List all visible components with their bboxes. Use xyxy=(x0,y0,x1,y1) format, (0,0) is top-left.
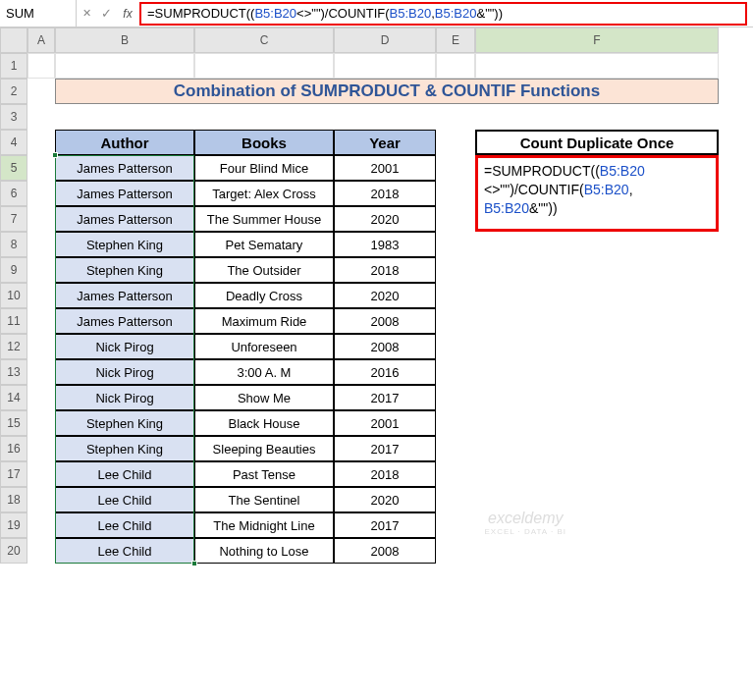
table-cell-year[interactable]: 1983 xyxy=(334,232,436,257)
row-header-6[interactable]: 6 xyxy=(0,181,27,206)
table-cell-year[interactable]: 2008 xyxy=(334,538,436,564)
table-cell-book[interactable]: The Sentinel xyxy=(194,487,334,512)
table-cell-book[interactable]: Pet Sematary xyxy=(194,232,334,257)
table-cell-book[interactable]: Maximum Ride xyxy=(194,308,334,334)
formula-bar[interactable]: =SUMPRODUCT((B5:B20<>"")/COUNTIF(B5:B20,… xyxy=(139,2,747,26)
col-header-C[interactable]: C xyxy=(194,27,334,53)
table-cell-author[interactable]: James Patterson xyxy=(55,206,194,232)
cell-empty[interactable] xyxy=(55,53,194,79)
selection-handle[interactable] xyxy=(191,561,197,566)
row-header-11[interactable]: 11 xyxy=(0,308,27,334)
table-cell-author[interactable]: Nick Pirog xyxy=(55,359,194,385)
select-all-corner[interactable] xyxy=(0,27,27,53)
table-cell-year[interactable]: 2016 xyxy=(334,359,436,385)
table-cell-book[interactable]: The Midnight Line xyxy=(194,512,334,538)
table-cell-author[interactable]: Lee Child xyxy=(55,512,194,538)
table-cell-year[interactable]: 2017 xyxy=(334,512,436,538)
col-header-F[interactable]: F xyxy=(475,27,719,53)
table-cell-author[interactable]: Stephen King xyxy=(55,410,194,436)
table-cell-author[interactable]: Stephen King xyxy=(55,257,194,283)
table-cell-author[interactable]: James Patterson xyxy=(55,181,194,206)
cell-empty[interactable] xyxy=(475,53,719,79)
table-cell-author[interactable]: Nick Pirog xyxy=(55,385,194,410)
row-header-5[interactable]: 5 xyxy=(0,155,27,181)
col-header-D[interactable]: D xyxy=(334,27,436,53)
name-box[interactable] xyxy=(0,0,77,27)
cancel-icon[interactable]: ✕ xyxy=(77,7,96,20)
fx-icon[interactable]: fx xyxy=(116,7,139,21)
table-cell-book[interactable]: The Summer House xyxy=(194,206,334,232)
table-cell-author[interactable]: Stephen King xyxy=(55,232,194,257)
row-header-8[interactable]: 8 xyxy=(0,232,27,257)
table-header-books: Books xyxy=(194,130,334,155)
table-cell-book[interactable]: The Outsider xyxy=(194,257,334,283)
table-cell-author[interactable]: Lee Child xyxy=(55,487,194,512)
table-cell-year[interactable]: 2018 xyxy=(334,257,436,283)
table-cell-year[interactable]: 2017 xyxy=(334,385,436,410)
table-cell-year[interactable]: 2020 xyxy=(334,283,436,308)
table-cell-book[interactable]: Unforeseen xyxy=(194,334,334,359)
row-header-3[interactable]: 3 xyxy=(0,104,27,130)
table-cell-year[interactable]: 2017 xyxy=(334,436,436,461)
formula-input-cell[interactable]: =SUMPRODUCT((B5:B20<>"")/COUNTIF(B5:B20,… xyxy=(475,155,719,232)
table-cell-book[interactable]: Deadly Cross xyxy=(194,283,334,308)
col-header-E[interactable]: E xyxy=(436,27,475,53)
count-duplicate-header: Count Duplicate Once xyxy=(475,130,719,155)
row-header-10[interactable]: 10 xyxy=(0,283,27,308)
row-header-16[interactable]: 16 xyxy=(0,436,27,461)
enter-icon[interactable]: ✓ xyxy=(96,6,116,21)
table-cell-year[interactable]: 2008 xyxy=(334,308,436,334)
table-cell-year[interactable]: 2018 xyxy=(334,461,436,487)
table-cell-book[interactable]: Black House xyxy=(194,410,334,436)
table-cell-book[interactable]: Past Tense xyxy=(194,461,334,487)
row-header-12[interactable]: 12 xyxy=(0,334,27,359)
table-cell-year[interactable]: 2001 xyxy=(334,155,436,181)
table-cell-book[interactable]: Nothing to Lose xyxy=(194,538,334,564)
cell-empty[interactable] xyxy=(436,53,475,79)
page-title: Combination of SUMPRODUCT & COUNTIF Func… xyxy=(55,79,719,104)
table-header-year: Year xyxy=(334,130,436,155)
table-cell-author[interactable]: James Patterson xyxy=(55,283,194,308)
row-header-14[interactable]: 14 xyxy=(0,385,27,410)
table-cell-book[interactable]: Show Me xyxy=(194,385,334,410)
col-header-A[interactable]: A xyxy=(27,27,55,53)
cell-empty[interactable] xyxy=(27,53,55,79)
table-cell-book[interactable]: Four Blind Mice xyxy=(194,155,334,181)
col-header-B[interactable]: B xyxy=(55,27,194,53)
row-header-7[interactable]: 7 xyxy=(0,206,27,232)
row-header-1[interactable]: 1 xyxy=(0,53,27,79)
formula-bar-area: ✕ ✓ fx =SUMPRODUCT((B5:B20<>"")/COUNTIF(… xyxy=(0,0,753,27)
row-header-19[interactable]: 19 xyxy=(0,512,27,538)
row-header-18[interactable]: 18 xyxy=(0,487,27,512)
spreadsheet-grid[interactable]: ABCDEF1234567891011121314151617181920Com… xyxy=(0,27,753,564)
cell-empty[interactable] xyxy=(334,53,436,79)
table-cell-author[interactable]: Nick Pirog xyxy=(55,334,194,359)
table-cell-author[interactable]: James Patterson xyxy=(55,308,194,334)
row-header-13[interactable]: 13 xyxy=(0,359,27,385)
row-header-9[interactable]: 9 xyxy=(0,257,27,283)
table-cell-book[interactable]: Sleeping Beauties xyxy=(194,436,334,461)
table-cell-year[interactable]: 2008 xyxy=(334,334,436,359)
table-cell-year[interactable]: 2001 xyxy=(334,410,436,436)
table-cell-author[interactable]: Lee Child xyxy=(55,461,194,487)
table-cell-author[interactable]: Lee Child xyxy=(55,538,194,564)
selection-handle[interactable] xyxy=(52,152,58,158)
table-cell-year[interactable]: 2018 xyxy=(334,181,436,206)
row-header-20[interactable]: 20 xyxy=(0,538,27,564)
row-header-15[interactable]: 15 xyxy=(0,410,27,436)
row-header-17[interactable]: 17 xyxy=(0,461,27,487)
cell-empty[interactable] xyxy=(194,53,334,79)
row-header-4[interactable]: 4 xyxy=(0,130,27,155)
table-cell-book[interactable]: Target: Alex Cross xyxy=(194,181,334,206)
table-cell-year[interactable]: 2020 xyxy=(334,206,436,232)
row-header-2[interactable]: 2 xyxy=(0,79,27,104)
table-header-author: Author xyxy=(55,130,194,155)
table-cell-year[interactable]: 2020 xyxy=(334,487,436,512)
table-cell-author[interactable]: Stephen King xyxy=(55,436,194,461)
table-cell-author[interactable]: James Patterson xyxy=(55,155,194,181)
table-cell-book[interactable]: 3:00 A. M xyxy=(194,359,334,385)
